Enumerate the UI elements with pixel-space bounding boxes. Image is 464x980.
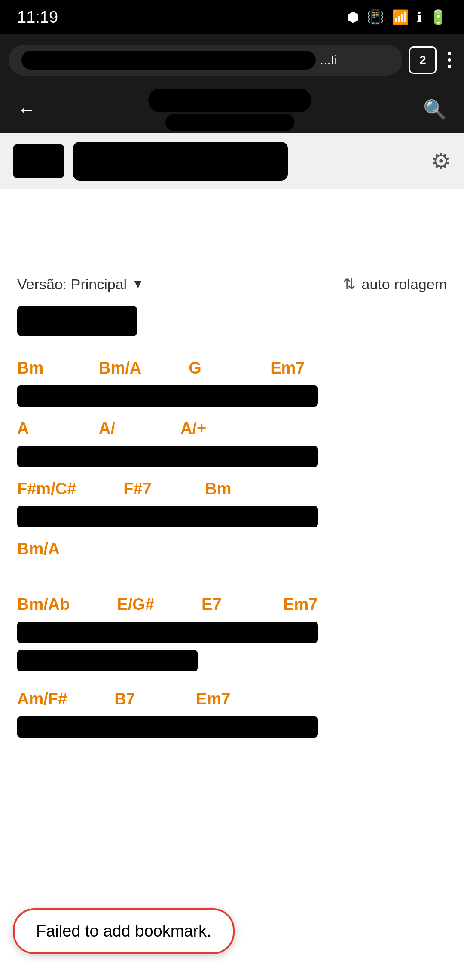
chord-section-2: A A/ A/+ — [17, 413, 447, 467]
app-nav-bar: ← 🔍 — [0, 86, 464, 133]
search-button[interactable]: 🔍 — [419, 94, 451, 125]
chord-section-6 — [17, 650, 447, 671]
address-text-partial: ...ti — [320, 53, 337, 67]
content-spacer — [0, 189, 464, 266]
chord-Aplus-1: A/+ — [180, 413, 215, 443]
lyrics-blackout-2 — [17, 446, 318, 467]
snackbar: Failed to add bookmark. — [13, 908, 235, 954]
address-bar[interactable]: ...ti — [9, 45, 402, 76]
app-logo-area — [13, 142, 288, 181]
chord-A-1: A — [17, 413, 52, 443]
status-time: 11:19 — [17, 8, 58, 27]
wifi-icon: 📶 — [392, 9, 409, 25]
chord-section-3: F#m/C# F#7 Bm — [17, 474, 447, 527]
lyrics-blackout-6 — [17, 650, 198, 671]
app-title-blackout — [73, 142, 288, 181]
menu-dot-1 — [448, 52, 451, 55]
lyrics-blackout-5 — [17, 622, 318, 643]
chord-G-1: G — [189, 353, 223, 383]
chord-B7: B7 — [114, 684, 149, 714]
chords-row-3: F#m/C# F#7 Bm — [17, 474, 447, 503]
snackbar-message: Failed to add bookmark. — [36, 922, 211, 940]
nav-title-blackout — [148, 89, 311, 112]
bluetooth-icon: ⬢ — [347, 9, 359, 25]
chords-row-2: A A/ A/+ — [17, 413, 447, 443]
vibrate-icon: 📳 — [367, 9, 384, 25]
section-gap — [17, 577, 447, 590]
chord-Aslash-1: A/ — [99, 413, 133, 443]
chord-Em7-1: Em7 — [270, 353, 305, 383]
chord-section-4: Bm/A — [17, 534, 447, 564]
auto-scroll-toggle[interactable]: ⇅ auto rolagem — [343, 275, 447, 293]
nav-middle — [148, 89, 311, 131]
tab-count: 2 — [419, 53, 426, 67]
lyrics-blackout-3 — [17, 506, 318, 527]
chord-BmA-1: Bm/A — [99, 353, 141, 383]
version-bar: Versão: Principal ▼ ⇅ auto rolagem — [0, 266, 464, 302]
version-selector[interactable]: Versão: Principal ▼ — [17, 276, 144, 293]
chord-AmFsh: Am/F# — [17, 684, 67, 714]
chord-Bm-2: Bm — [205, 474, 239, 503]
chord-BmAb: Bm/Ab — [17, 590, 70, 619]
chord-Bm-1: Bm — [17, 353, 52, 383]
chords-content: Bm Bm/A G Em7 A A/ A/+ F#m/C# F#7 Bm Bm/… — [0, 345, 464, 753]
chord-section-7: Am/F# B7 Em7 — [17, 684, 447, 738]
app-header: ⚙ — [0, 133, 464, 189]
chord-section-5: Bm/Ab E/G# E7 Em7 — [17, 590, 447, 643]
app-logo — [13, 144, 64, 178]
chord-BmA-2: Bm/A — [17, 540, 60, 558]
chord-EGsh: E/G# — [117, 590, 154, 619]
scroll-icon: ⇅ — [343, 275, 356, 293]
chords-row-5: Bm/Ab E/G# E7 Em7 — [17, 590, 447, 619]
nav-subtitle-blackout — [165, 114, 294, 131]
settings-button[interactable]: ⚙ — [431, 148, 451, 174]
chord-F7: F#7 — [123, 474, 158, 503]
chords-row-7: Am/F# B7 Em7 — [17, 684, 447, 714]
version-label: Versão: Principal — [17, 276, 127, 293]
data-icon: ℹ — [417, 9, 422, 25]
chord-Em7-3: Em7 — [196, 684, 230, 714]
snackbar-container: Failed to add bookmark. — [13, 908, 451, 954]
chord-FmCsh: F#m/C# — [17, 474, 76, 503]
tab-switcher-button[interactable]: 2 — [409, 46, 437, 74]
menu-dot-2 — [448, 58, 451, 62]
address-blackout — [21, 51, 316, 70]
browser-menu-button[interactable] — [443, 48, 455, 73]
song-title-blackout — [17, 306, 137, 336]
version-dropdown-arrow: ▼ — [132, 277, 144, 291]
song-title-area — [0, 302, 464, 345]
browser-bar: ...ti 2 — [0, 34, 464, 86]
status-icons: ⬢ 📳 📶 ℹ 🔋 — [347, 9, 447, 25]
back-button[interactable]: ← — [13, 95, 40, 125]
auto-scroll-label: auto rolagem — [362, 276, 447, 293]
chord-Em7-2: Em7 — [283, 590, 317, 619]
status-bar: 11:19 ⬢ 📳 📶 ℹ 🔋 — [0, 0, 464, 34]
menu-dot-3 — [448, 65, 451, 68]
chord-section-1: Bm Bm/A G Em7 — [17, 353, 447, 407]
chords-row-1: Bm Bm/A G Em7 — [17, 353, 447, 383]
battery-icon: 🔋 — [430, 9, 447, 25]
lyrics-blackout-7 — [17, 716, 318, 738]
lyrics-blackout-1 — [17, 385, 318, 407]
chord-E7: E7 — [201, 590, 236, 619]
